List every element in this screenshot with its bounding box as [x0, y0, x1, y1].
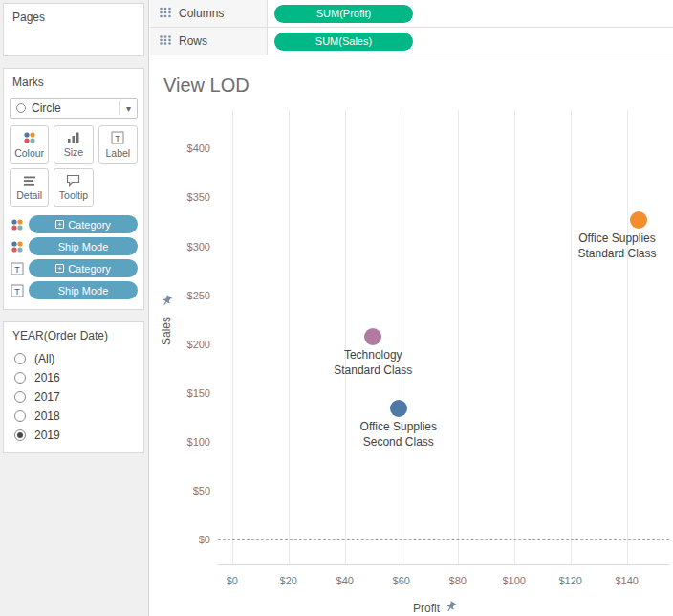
marks-title: Marks [9, 76, 139, 89]
rows-label: Rows [179, 34, 207, 48]
detail-icon [23, 175, 36, 187]
y-axis-title-group: Sales [160, 295, 173, 345]
columns-icon [159, 7, 172, 21]
tooltip-icon [66, 174, 80, 187]
filter-option-2017[interactable]: 2017 [4, 387, 143, 407]
zero-reference-line [218, 539, 669, 540]
marks-button-label: Colour [14, 147, 44, 159]
mark-circle-office-supplies-second-class[interactable] [390, 400, 407, 417]
pill-label: Ship Mode [58, 241, 109, 253]
mark-type-label: Circle [32, 101, 114, 115]
y-tick-label: $200 [153, 339, 210, 350]
size-icon [67, 131, 80, 143]
gridline [627, 110, 628, 564]
y-tick-label: $50 [153, 485, 210, 496]
marks-button-detail[interactable]: Detail [10, 168, 49, 207]
expand-plus-icon[interactable]: + [55, 220, 64, 229]
gridline [571, 110, 572, 564]
x-tick-label: $120 [547, 575, 595, 586]
main-panel: Columns SUM(Profit) Rows SUM(Sales) View… [150, 0, 673, 616]
gridline [345, 110, 346, 564]
pill-label: Category [68, 219, 111, 231]
filter-title: YEAR(Order Date) [4, 329, 143, 349]
x-tick-label: $80 [434, 575, 482, 586]
radio-button[interactable] [14, 410, 26, 422]
pill-label: Ship Mode [58, 285, 109, 297]
mark-label-office-supplies-standard-class: Office SuppliesStandard Class [562, 231, 672, 261]
radio-label: 2017 [34, 390, 60, 404]
circle-mark-icon [16, 103, 26, 113]
y-tick-label: $0 [153, 534, 210, 545]
radio-label: 2016 [34, 371, 60, 385]
mark-circle-office-supplies-standard-class[interactable] [630, 211, 647, 229]
sidebar: Pages Marks Circle ▾ ColourSizeTLabelDet… [0, 0, 149, 616]
marks-pill-row: +Category [10, 215, 138, 233]
marks-pill-ship-mode[interactable]: Ship Mode [29, 237, 138, 255]
gridline [289, 110, 290, 564]
x-tick-label: $140 [603, 575, 651, 586]
expand-plus-icon[interactable]: + [55, 264, 64, 273]
radio-button[interactable] [14, 429, 26, 441]
color-dots-icon [10, 218, 24, 231]
pages-title: Pages [12, 11, 135, 24]
pill-label: Category [68, 263, 111, 275]
color-dots-icon [23, 131, 36, 144]
radio-button[interactable] [14, 353, 26, 364]
gridline [232, 110, 233, 564]
mark-label-technology-standard-class: TechnologyStandard Class [318, 347, 428, 378]
chevron-down-icon[interactable]: ▾ [126, 103, 131, 114]
y-tick-label: $250 [153, 290, 210, 301]
filter-option-2016[interactable]: 2016 [4, 368, 143, 387]
columns-pill-area[interactable]: SUM(Profit) [268, 0, 673, 27]
filter-option-2019[interactable]: 2019 [4, 426, 143, 445]
x-tick-label: $20 [265, 575, 313, 586]
gridline [458, 110, 459, 564]
y-tick-label: $400 [153, 143, 210, 154]
y-tick-label: $350 [153, 191, 210, 203]
marks-button-label[interactable]: TLabel [98, 125, 138, 164]
label-line-category: Office Supplies [562, 231, 672, 246]
radio-label: 2019 [34, 429, 60, 442]
x-axis-line [218, 564, 669, 565]
columns-pill-sum-profit[interactable]: SUM(Profit) [274, 5, 413, 23]
label-line-category: Technology [318, 347, 428, 363]
pin-icon[interactable] [445, 601, 457, 616]
label-line-category: Office Supplies [343, 419, 453, 434]
radio-button[interactable] [14, 372, 26, 384]
radio-label: 2018 [34, 409, 60, 423]
marks-pill-category[interactable]: +Category [29, 215, 138, 233]
rows-pill-area[interactable]: SUM(Sales) [268, 28, 673, 55]
filter-card: YEAR(Order Date) (All)2016201720182019 [3, 321, 144, 453]
marks-button-label: Label [105, 147, 130, 159]
label-line-ship-mode: Standard Class [562, 246, 672, 261]
mark-circle-technology-standard-class[interactable] [364, 328, 381, 345]
text-label-icon: T [111, 131, 124, 144]
marks-buttons: ColourSizeTLabelDetailTooltip [10, 125, 138, 207]
chart-title: View LOD [163, 75, 250, 97]
marks-button-label: Tooltip [59, 189, 88, 201]
pages-shelf[interactable]: Pages [3, 3, 144, 56]
marks-button-size[interactable]: Size [54, 125, 93, 164]
svg-text:T: T [116, 133, 121, 143]
marks-pills: +CategoryShip ModeT+CategoryTShip Mode [9, 215, 139, 299]
columns-shelf: Columns SUM(Profit) [150, 0, 673, 28]
x-tick-label: $40 [321, 575, 369, 586]
radio-button[interactable] [14, 391, 26, 403]
rows-shelf-label: Rows [150, 28, 268, 55]
marks-button-label: Size [64, 146, 83, 158]
chart-area: View LOD Sales Profit $0$20$40$60$80$100… [150, 55, 673, 616]
rows-shelf: Rows SUM(Sales) [150, 28, 673, 55]
filter-option-all[interactable]: (All) [4, 349, 143, 368]
marks-button-tooltip[interactable]: Tooltip [54, 168, 93, 207]
filter-option-2018[interactable]: 2018 [4, 407, 143, 426]
marks-button-colour[interactable]: Colour [10, 125, 49, 164]
mark-type-dropdown[interactable]: Circle ▾ [10, 98, 138, 119]
columns-shelf-label: Columns [150, 0, 268, 27]
radio-label: (All) [34, 352, 54, 365]
gridline [402, 110, 402, 564]
marks-pill-ship-mode[interactable]: Ship Mode [29, 281, 138, 299]
marks-button-label: Detail [16, 189, 42, 201]
label-line-ship-mode: Second Class [343, 434, 453, 450]
marks-pill-category[interactable]: +Category [29, 259, 138, 277]
rows-pill-sum-sales[interactable]: SUM(Sales) [274, 33, 413, 51]
